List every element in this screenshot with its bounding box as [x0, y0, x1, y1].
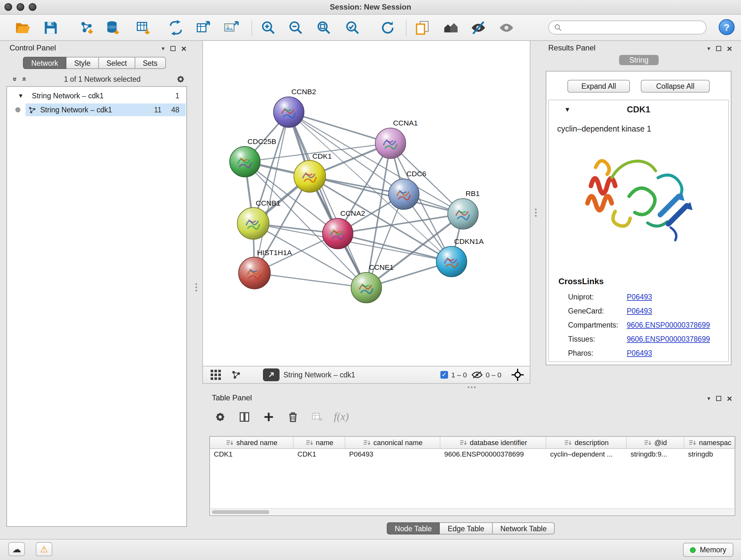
zoom-fit-button[interactable] — [315, 19, 333, 37]
network-options-gear-icon[interactable] — [176, 74, 186, 84]
export-network-button[interactable] — [167, 19, 185, 37]
refresh-view-button[interactable] — [379, 19, 396, 37]
panel-float-icon[interactable] — [716, 396, 721, 401]
column-header--id[interactable]: @id — [627, 437, 684, 448]
hide-selected-button[interactable] — [470, 19, 487, 37]
expand-tree-icon[interactable]: « — [20, 77, 29, 81]
crosslink-link[interactable]: P06493 — [627, 307, 652, 315]
network-summary-row: » « 1 of 1 Network selected — [10, 73, 186, 85]
network-collection-row[interactable]: ▼ String Network – cdk1 1 — [7, 89, 186, 102]
table-row[interactable]: CDK1CDK1P064939606.ENSP00000378699cyclin… — [210, 449, 735, 461]
tab-select[interactable]: Select — [99, 57, 135, 69]
node-CCNB1[interactable]: CCNB1 — [238, 199, 280, 240]
column-header-shared-name[interactable]: shared name — [210, 437, 293, 448]
tab-network[interactable]: Network — [23, 57, 66, 69]
crosslink-link[interactable]: P06493 — [627, 293, 652, 301]
tab-network-table[interactable]: Network Table — [493, 522, 555, 535]
zoom-in-button[interactable] — [260, 19, 277, 37]
show-hidden-button[interactable] — [498, 19, 515, 37]
fit-selected-button[interactable] — [511, 368, 524, 384]
function-builder-button[interactable]: f(x) — [334, 411, 349, 423]
bottom-splitter-handle[interactable] — [467, 385, 477, 389]
tab-sets[interactable]: Sets — [135, 57, 165, 69]
crosslink-row: Tissues:9606.ENSP00000378699 — [549, 332, 728, 346]
tab-style[interactable]: Style — [66, 57, 98, 69]
table-settings-button[interactable] — [212, 409, 228, 425]
add-column-button[interactable] — [261, 409, 276, 425]
panel-float-icon[interactable] — [171, 46, 176, 51]
table-cell: stringdb:9... — [627, 449, 684, 461]
network-canvas[interactable]: CCNB2CCNA1CDC25BCDK1CDC6RB1CCNB1CCNA2CDK… — [203, 41, 530, 366]
crosslink-link[interactable]: P06493 — [627, 349, 652, 357]
column-header-canonical-name[interactable]: canonical name — [345, 437, 441, 448]
selected-checkbox[interactable]: ✓ — [441, 371, 448, 379]
edge-HIST1H1A-CCNE1[interactable] — [254, 273, 366, 288]
tab-edge-table[interactable]: Edge Table — [440, 522, 493, 535]
save-session-button[interactable] — [42, 19, 59, 37]
disclosure-triangle-icon[interactable]: ▼ — [18, 92, 23, 99]
import-network-from-database-button[interactable] — [105, 19, 122, 37]
gene-section-header[interactable]: ▼ CDK1 — [549, 100, 728, 118]
column-header-description[interactable]: description — [546, 437, 627, 448]
panel-close-icon[interactable]: × — [181, 44, 186, 53]
panel-menu-chevron-icon[interactable]: ▾ — [708, 46, 711, 51]
open-session-button[interactable] — [14, 19, 31, 37]
node-CCNA1[interactable]: CCNA1 — [375, 119, 418, 159]
node-HIST1H1A[interactable]: HIST1H1A — [239, 248, 292, 289]
tab-node-table[interactable]: Node Table — [387, 522, 440, 535]
crosslink-link[interactable]: 9606.ENSP00000378699 — [627, 321, 710, 329]
export-image-button[interactable] — [223, 19, 240, 37]
horizontal-scrollbar[interactable] — [211, 508, 734, 515]
zoom-selected-button[interactable] — [344, 19, 361, 37]
node-table: shared namenamecanonical namedatabase id… — [209, 436, 735, 516]
home-button[interactable] — [442, 19, 460, 37]
node-label-CDK1: CDK1 — [313, 152, 332, 160]
panel-menu-chevron-icon[interactable]: ▾ — [708, 395, 711, 401]
collapse-all-button[interactable]: Collapse All — [641, 80, 710, 92]
import-network-from-file-button[interactable] — [78, 19, 95, 37]
column-header-namespac[interactable]: namespac — [684, 437, 736, 448]
search-input[interactable] — [565, 23, 706, 31]
right-splitter-handle[interactable] — [534, 207, 538, 218]
memory-button[interactable]: Memory — [683, 543, 733, 557]
share-network-icon — [231, 370, 241, 380]
open-in-window-button[interactable] — [263, 368, 280, 381]
node-CDKN1A[interactable]: CDKN1A — [436, 237, 484, 277]
crosshair-icon — [511, 368, 524, 381]
birds-eye-grid-button[interactable] — [211, 370, 221, 382]
column-header-name[interactable]: name — [293, 437, 345, 448]
node-CCNB2[interactable]: CCNB2 — [273, 87, 316, 127]
panel-float-icon[interactable] — [716, 46, 721, 51]
node-RB1[interactable]: RB1 — [448, 189, 480, 229]
panel-close-icon[interactable]: × — [727, 44, 732, 53]
edge-CCNB2-CCNA1[interactable] — [289, 112, 391, 143]
warnings-button[interactable]: ⚠ — [36, 542, 52, 556]
scrollbar-thumb[interactable] — [212, 510, 269, 514]
network-overview-button[interactable] — [231, 370, 241, 382]
duplicate-network-button[interactable] — [414, 19, 431, 37]
delete-column-button[interactable] — [285, 409, 300, 425]
string-results-tab[interactable]: String — [619, 55, 659, 65]
export-table-button[interactable] — [195, 19, 212, 37]
help-button[interactable]: ? — [719, 19, 735, 35]
zoom-out-button[interactable] — [287, 19, 305, 37]
expand-all-button[interactable]: Expand All — [567, 80, 630, 92]
current-network-dot-icon — [15, 107, 20, 112]
import-table-from-file-button[interactable] — [135, 19, 152, 37]
crosslink-row: Compartments:9606.ENSP00000378699 — [549, 318, 728, 332]
panel-menu-chevron-icon[interactable]: ▾ — [162, 46, 165, 51]
select-columns-button[interactable] — [237, 409, 252, 425]
selected-network-highlight[interactable]: String Network – cdk1 11 48 — [25, 104, 186, 116]
disclosure-triangle-icon[interactable]: ▼ — [564, 106, 570, 113]
left-splitter-handle[interactable] — [194, 282, 199, 293]
panel-close-icon[interactable]: × — [727, 394, 732, 403]
network-view[interactable]: CCNB2CCNA1CDC25BCDK1CDC6RB1CCNB1CCNA2CDK… — [202, 40, 530, 367]
collapse-tree-icon[interactable]: » — [10, 77, 19, 81]
crosslink-link[interactable]: 9606.ENSP00000378699 — [627, 335, 710, 343]
column-header-database-identifier[interactable]: database identifier — [441, 437, 546, 448]
hidden-toggle[interactable] — [472, 370, 482, 382]
network-row[interactable]: String Network – cdk1 11 48 — [7, 104, 186, 116]
houses-icon — [443, 20, 459, 36]
cloud-status-button[interactable]: ☁ — [8, 542, 25, 556]
edge-CCNB2-CCNE1[interactable] — [289, 112, 366, 288]
